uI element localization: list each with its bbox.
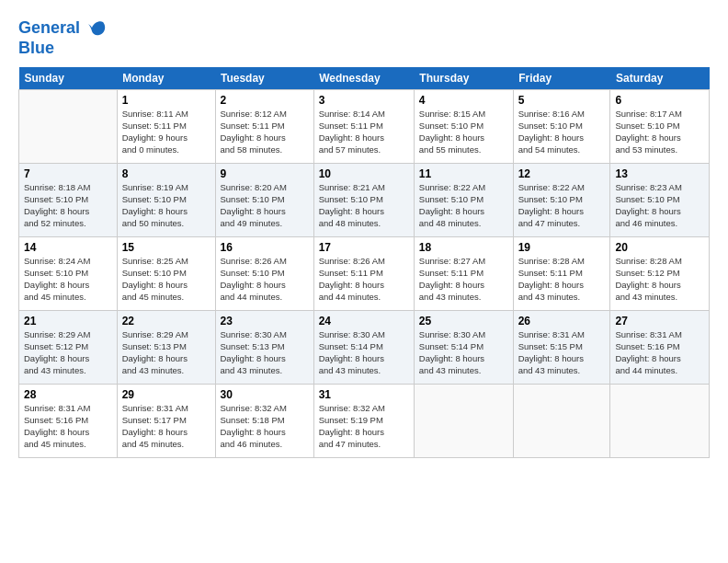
day-number: 14 — [24, 241, 112, 254]
day-number: 16 — [221, 241, 309, 254]
calendar-cell — [610, 385, 710, 458]
day-info: Sunrise: 8:29 AM Sunset: 5:13 PM Dayligh… — [122, 329, 210, 376]
day-info: Sunrise: 8:31 AM Sunset: 5:17 PM Dayligh… — [122, 403, 210, 450]
day-number: 1 — [122, 94, 210, 107]
day-number: 28 — [24, 388, 112, 401]
day-number: 13 — [615, 167, 704, 180]
calendar-cell: 12Sunrise: 8:22 AM Sunset: 5:10 PM Dayli… — [513, 164, 610, 237]
day-number: 29 — [122, 388, 210, 401]
calendar-week-3: 14Sunrise: 8:24 AM Sunset: 5:10 PM Dayli… — [19, 237, 710, 311]
calendar-cell: 5Sunrise: 8:16 AM Sunset: 5:10 PM Daylig… — [513, 90, 610, 164]
page: General Blue SundayMondayTuesdayWednesda… — [0, 0, 728, 563]
day-info: Sunrise: 8:16 AM Sunset: 5:10 PM Dayligh… — [518, 109, 606, 155]
day-number: 19 — [518, 241, 606, 254]
day-number: 22 — [122, 315, 210, 327]
day-info: Sunrise: 8:27 AM Sunset: 5:11 PM Dayligh… — [419, 256, 508, 303]
day-info: Sunrise: 8:29 AM Sunset: 5:12 PM Dayligh… — [24, 329, 112, 376]
header-saturday: Saturday — [610, 67, 710, 90]
calendar-cell: 20Sunrise: 8:28 AM Sunset: 5:12 PM Dayli… — [610, 237, 710, 311]
calendar-cell: 14Sunrise: 8:24 AM Sunset: 5:10 PM Dayli… — [19, 237, 118, 311]
calendar-cell — [414, 385, 513, 458]
logo: General Blue — [18, 18, 107, 58]
logo-general: General — [18, 18, 80, 37]
day-info: Sunrise: 8:11 AM Sunset: 5:11 PM Dayligh… — [122, 109, 210, 155]
calendar-cell: 25Sunrise: 8:30 AM Sunset: 5:14 PM Dayli… — [414, 311, 513, 385]
calendar-cell — [19, 90, 118, 164]
header-tuesday: Tuesday — [215, 67, 313, 90]
day-info: Sunrise: 8:30 AM Sunset: 5:14 PM Dayligh… — [419, 329, 508, 376]
calendar-week-4: 21Sunrise: 8:29 AM Sunset: 5:12 PM Dayli… — [19, 311, 710, 385]
day-info: Sunrise: 8:28 AM Sunset: 5:11 PM Dayligh… — [518, 256, 606, 303]
day-info: Sunrise: 8:31 AM Sunset: 5:15 PM Dayligh… — [518, 329, 606, 376]
calendar-cell: 17Sunrise: 8:26 AM Sunset: 5:11 PM Dayli… — [313, 237, 414, 311]
calendar-cell: 23Sunrise: 8:30 AM Sunset: 5:13 PM Dayli… — [215, 311, 313, 385]
calendar-cell: 13Sunrise: 8:23 AM Sunset: 5:10 PM Dayli… — [610, 164, 710, 237]
calendar-cell — [513, 385, 610, 458]
day-number: 30 — [221, 388, 309, 401]
day-info: Sunrise: 8:17 AM Sunset: 5:10 PM Dayligh… — [615, 109, 704, 155]
calendar-cell: 26Sunrise: 8:31 AM Sunset: 5:15 PM Dayli… — [513, 311, 610, 385]
day-info: Sunrise: 8:21 AM Sunset: 5:10 PM Dayligh… — [319, 182, 409, 229]
day-info: Sunrise: 8:15 AM Sunset: 5:10 PM Dayligh… — [419, 109, 508, 155]
day-info: Sunrise: 8:18 AM Sunset: 5:10 PM Dayligh… — [24, 182, 112, 229]
header-friday: Friday — [513, 67, 610, 90]
day-number: 17 — [319, 241, 409, 254]
calendar-cell: 28Sunrise: 8:31 AM Sunset: 5:16 PM Dayli… — [19, 385, 118, 458]
day-number: 18 — [419, 241, 508, 254]
calendar-cell: 6Sunrise: 8:17 AM Sunset: 5:10 PM Daylig… — [610, 90, 710, 164]
day-info: Sunrise: 8:25 AM Sunset: 5:10 PM Dayligh… — [122, 256, 210, 303]
day-info: Sunrise: 8:32 AM Sunset: 5:18 PM Dayligh… — [221, 403, 309, 450]
header-monday: Monday — [117, 67, 215, 90]
day-number: 10 — [319, 167, 409, 180]
calendar-cell: 30Sunrise: 8:32 AM Sunset: 5:18 PM Dayli… — [215, 385, 313, 458]
calendar-cell: 11Sunrise: 8:22 AM Sunset: 5:10 PM Dayli… — [414, 164, 513, 237]
day-number: 21 — [24, 315, 112, 327]
day-number: 20 — [615, 241, 704, 254]
calendar-table: SundayMondayTuesdayWednesdayThursdayFrid… — [18, 67, 710, 458]
day-info: Sunrise: 8:19 AM Sunset: 5:10 PM Dayligh… — [122, 182, 210, 229]
logo-bird-icon — [86, 18, 107, 39]
calendar-cell: 9Sunrise: 8:20 AM Sunset: 5:10 PM Daylig… — [215, 164, 313, 237]
calendar-cell: 21Sunrise: 8:29 AM Sunset: 5:12 PM Dayli… — [19, 311, 118, 385]
day-info: Sunrise: 8:24 AM Sunset: 5:10 PM Dayligh… — [24, 256, 112, 303]
day-number: 2 — [221, 94, 309, 107]
calendar-week-1: 1Sunrise: 8:11 AM Sunset: 5:11 PM Daylig… — [19, 90, 710, 164]
day-number: 27 — [615, 315, 704, 327]
calendar-cell: 18Sunrise: 8:27 AM Sunset: 5:11 PM Dayli… — [414, 237, 513, 311]
day-number: 24 — [319, 315, 409, 327]
day-number: 3 — [319, 94, 409, 107]
day-number: 25 — [419, 315, 508, 327]
calendar-cell: 15Sunrise: 8:25 AM Sunset: 5:10 PM Dayli… — [117, 237, 215, 311]
day-info: Sunrise: 8:32 AM Sunset: 5:19 PM Dayligh… — [319, 403, 409, 450]
day-info: Sunrise: 8:14 AM Sunset: 5:11 PM Dayligh… — [319, 109, 409, 155]
calendar-cell: 27Sunrise: 8:31 AM Sunset: 5:16 PM Dayli… — [610, 311, 710, 385]
day-info: Sunrise: 8:31 AM Sunset: 5:16 PM Dayligh… — [615, 329, 704, 376]
day-number: 11 — [419, 167, 508, 180]
calendar-cell: 29Sunrise: 8:31 AM Sunset: 5:17 PM Dayli… — [117, 385, 215, 458]
header-thursday: Thursday — [414, 67, 513, 90]
day-info: Sunrise: 8:28 AM Sunset: 5:12 PM Dayligh… — [615, 256, 704, 303]
day-info: Sunrise: 8:26 AM Sunset: 5:10 PM Dayligh… — [221, 256, 309, 303]
day-number: 31 — [319, 388, 409, 401]
day-info: Sunrise: 8:30 AM Sunset: 5:13 PM Dayligh… — [221, 329, 309, 376]
calendar-week-2: 7Sunrise: 8:18 AM Sunset: 5:10 PM Daylig… — [19, 164, 710, 237]
day-number: 4 — [419, 94, 508, 107]
day-number: 12 — [518, 167, 606, 180]
day-number: 5 — [518, 94, 606, 107]
calendar-cell: 3Sunrise: 8:14 AM Sunset: 5:11 PM Daylig… — [313, 90, 414, 164]
calendar-cell: 22Sunrise: 8:29 AM Sunset: 5:13 PM Dayli… — [117, 311, 215, 385]
day-info: Sunrise: 8:20 AM Sunset: 5:10 PM Dayligh… — [221, 182, 309, 229]
header-sunday: Sunday — [19, 67, 118, 90]
day-number: 15 — [122, 241, 210, 254]
calendar-week-5: 28Sunrise: 8:31 AM Sunset: 5:16 PM Dayli… — [19, 385, 710, 458]
logo-blue: Blue — [18, 39, 107, 58]
day-info: Sunrise: 8:30 AM Sunset: 5:14 PM Dayligh… — [319, 329, 409, 376]
calendar-header-row: SundayMondayTuesdayWednesdayThursdayFrid… — [19, 67, 710, 90]
calendar-cell: 2Sunrise: 8:12 AM Sunset: 5:11 PM Daylig… — [215, 90, 313, 164]
calendar-cell: 7Sunrise: 8:18 AM Sunset: 5:10 PM Daylig… — [19, 164, 118, 237]
logo-text: General — [18, 18, 107, 39]
header: General Blue — [18, 18, 710, 58]
day-number: 7 — [24, 167, 112, 180]
day-info: Sunrise: 8:31 AM Sunset: 5:16 PM Dayligh… — [24, 403, 112, 450]
calendar-cell: 4Sunrise: 8:15 AM Sunset: 5:10 PM Daylig… — [414, 90, 513, 164]
